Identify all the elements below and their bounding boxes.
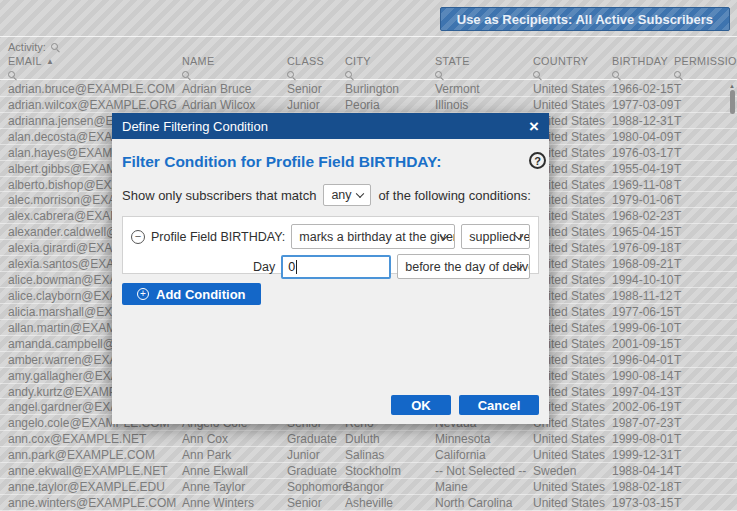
remove-condition-icon[interactable]: −: [131, 230, 145, 244]
cell-birthday: 1997-04-13: [612, 385, 673, 399]
cell-birthday: 1973-03-15: [612, 496, 673, 510]
activity-label: Activity:: [8, 41, 46, 53]
cell-birthday: 1977-03-09: [612, 98, 673, 112]
cell-class: Junior: [287, 448, 344, 462]
cell-permission: T: [674, 114, 730, 128]
cell-state: -- Not Selected --: [435, 464, 532, 478]
cell-birthday: 1955-04-19: [612, 162, 673, 176]
cell-birthday: 1979-01-06: [612, 193, 673, 207]
cell-class: Senior: [287, 496, 344, 510]
add-condition-button[interactable]: + Add Condition: [122, 283, 261, 305]
cell-birthday: 1969-11-08: [612, 178, 673, 192]
cell-birthday: 1999-08-01: [612, 432, 673, 446]
cell-birthday: 1999-06-10: [612, 321, 673, 335]
cell-birthday: 1968-09-21: [612, 257, 673, 271]
add-condition-label: Add Condition: [156, 287, 246, 302]
column-header-class[interactable]: CLASS: [287, 55, 344, 80]
help-icon[interactable]: ?: [529, 152, 546, 169]
search-icon[interactable]: [182, 71, 191, 80]
cell-class: Sophomore: [287, 480, 344, 494]
scrollbar[interactable]: [730, 90, 735, 114]
cell-permission: T: [674, 289, 730, 303]
search-icon[interactable]: [674, 71, 683, 80]
cell-country: United States: [533, 448, 611, 462]
condition-offset-select[interactable]: before the day of delivery: [397, 254, 530, 279]
cell-city: Bangor: [345, 480, 434, 494]
table-row[interactable]: adrian.bruce@EXAMPLE.COM Adrian Bruce Se…: [0, 81, 737, 97]
cell-name: Adrian Bruce: [182, 82, 286, 96]
table-row[interactable]: anne.taylor@EXAMPLE.EDU Anne Taylor Soph…: [0, 479, 737, 495]
use-as-recipients-button[interactable]: Use as Recipients: All Active Subscriber…: [440, 7, 730, 31]
ok-button[interactable]: OK: [391, 395, 451, 415]
table-row[interactable]: ann.cox@EXAMPLE.NET Ann Cox Graduate Dul…: [0, 431, 737, 447]
plus-circle-icon: +: [137, 288, 149, 300]
cell-country: United States: [533, 82, 611, 96]
cell-birthday: 1987-07-23: [612, 416, 673, 430]
table-row[interactable]: ann.park@EXAMPLE.COM Ann Park Junior Sal…: [0, 447, 737, 463]
cell-city: Asheville: [345, 496, 434, 510]
condition-field-label: Profile Field BIRTHDAY:: [151, 230, 285, 244]
activity-filter: Activity:: [8, 41, 60, 53]
cell-birthday: 1988-11-12: [612, 289, 673, 303]
cell-permission: T: [674, 353, 730, 367]
condition-type-select[interactable]: marks a birthday at the given day: [291, 224, 455, 249]
cell-city: Salinas: [345, 448, 434, 462]
match-suffix-label: of the following conditions:: [378, 188, 530, 203]
sort-asc-icon: ▲: [46, 57, 54, 66]
match-mode-select[interactable]: any: [323, 184, 371, 206]
cell-birthday: 1988-02-18: [612, 480, 673, 494]
column-header-state[interactable]: STATE: [435, 55, 532, 80]
cell-birthday: 1977-06-15: [612, 305, 673, 319]
cell-state: Minnesota: [435, 432, 532, 446]
cell-permission: T: [674, 209, 730, 223]
column-header-country[interactable]: COUNTRY: [533, 55, 611, 80]
cell-state: Illinois: [435, 98, 532, 112]
scroll-up-icon[interactable]: ▲: [729, 83, 735, 89]
top-toolbar: Use as Recipients: All Active Subscriber…: [0, 0, 737, 37]
cell-name: Anne Taylor: [182, 480, 286, 494]
table-row[interactable]: adrian.wilcox@EXAMPLE.ORG Adrian Wilcox …: [0, 97, 737, 113]
close-icon[interactable]: ×: [529, 118, 539, 135]
filter-condition-heading: Filter Condition for Profile Field BIRTH…: [122, 139, 539, 171]
day-input[interactable]: [281, 255, 391, 279]
cell-birthday: 1966-02-15: [612, 82, 673, 96]
search-icon[interactable]: [345, 71, 354, 80]
cell-birthday: 1990-08-14: [612, 369, 673, 383]
cell-birthday: 1968-02-23: [612, 209, 673, 223]
search-icon[interactable]: [533, 71, 542, 80]
search-icon[interactable]: [287, 71, 296, 80]
column-header-city[interactable]: CITY: [345, 55, 434, 80]
cell-permission: T: [674, 496, 730, 510]
search-icon[interactable]: [612, 71, 621, 80]
column-header-permission[interactable]: PERMISSION: [674, 55, 730, 80]
table-row[interactable]: anne.winters@EXAMPLE.COM Anne Winters Se…: [0, 495, 737, 511]
cell-permission: T: [674, 82, 730, 96]
search-icon[interactable]: [51, 43, 60, 52]
cell-state: Vermont: [435, 82, 532, 96]
cell-permission: T: [674, 193, 730, 207]
search-icon[interactable]: [8, 71, 17, 80]
cell-birthday: 1980-04-09: [612, 130, 673, 144]
cell-permission: T: [674, 98, 730, 112]
search-icon[interactable]: [435, 71, 444, 80]
cell-permission: T: [674, 178, 730, 192]
cell-permission: T: [674, 480, 730, 494]
column-header-birthday[interactable]: BIRTHDAY: [612, 55, 673, 80]
text-caret: [296, 260, 297, 274]
cell-country: United States: [533, 98, 611, 112]
day-label: Day: [253, 260, 275, 274]
column-header-name[interactable]: NAME: [182, 55, 286, 80]
condition-relation-select[interactable]: supplied relat: [461, 224, 530, 249]
table-row[interactable]: anne.ekwall@EXAMPLE.NET Anne Ekwall Grad…: [0, 463, 737, 479]
dialog-body: Filter Condition for Profile Field BIRTH…: [112, 139, 549, 424]
match-rule-row: Show only subscribers that match any of …: [122, 184, 539, 206]
cell-permission: T: [674, 162, 730, 176]
cell-city: Burlington: [345, 82, 434, 96]
cell-permission: T: [674, 321, 730, 335]
cell-permission: T: [674, 369, 730, 383]
cell-permission: T: [674, 385, 730, 399]
dialog-title: Define Filtering Condition: [122, 119, 268, 134]
cell-city: Stockholm: [345, 464, 434, 478]
cancel-button[interactable]: Cancel: [459, 395, 539, 415]
cell-name: Ann Park: [182, 448, 286, 462]
